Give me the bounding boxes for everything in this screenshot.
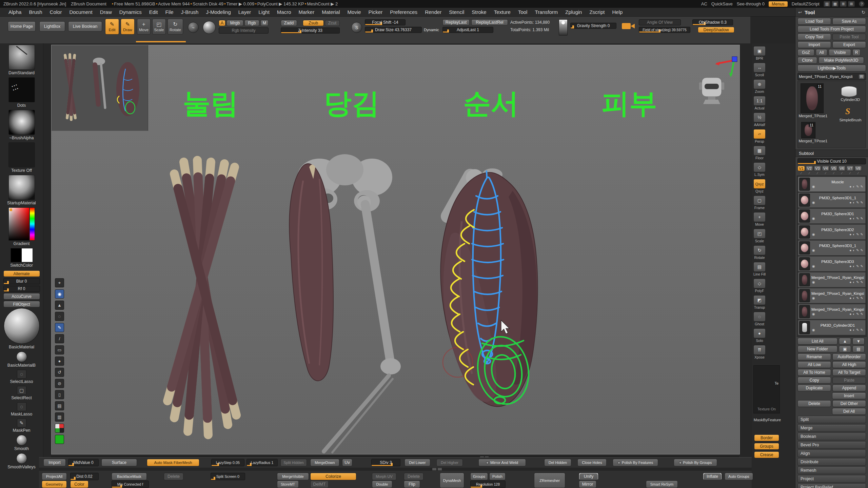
z-intensity-slider[interactable]: Z Intensity 33 [281, 27, 340, 34]
pen-icon[interactable]: ✎ [55, 323, 64, 332]
menu-material[interactable]: Material [318, 8, 343, 17]
subtool-item-button[interactable]: ▼ [852, 338, 865, 345]
tab-v6[interactable]: V6 [838, 166, 846, 171]
gravity-widget[interactable] [559, 19, 568, 36]
menu-draw[interactable]: Draw [96, 8, 116, 17]
texture-off-thumbnail[interactable] [8, 142, 35, 167]
menu-tool[interactable]: Tool [514, 8, 531, 17]
subtool-copy-button[interactable]: Copy [797, 377, 831, 384]
tray-projectall-button[interactable]: ProjectAll [42, 473, 67, 480]
edit2-icon[interactable]: ✎ [861, 280, 863, 284]
eraser-icon[interactable]: ▭ [55, 345, 64, 354]
menu-preferences[interactable]: Preferences [386, 8, 421, 17]
tray-resolution-128-slider[interactable]: Resolution 128 [470, 481, 506, 488]
menu-light[interactable]: Light [255, 8, 273, 17]
shaded-icon[interactable]: ◐ [853, 201, 855, 204]
eye-icon[interactable]: ◉ [812, 328, 815, 332]
menu-zscript[interactable]: Zscript [586, 8, 608, 17]
current-tool-bar[interactable]: Merged_TPose1_Ryan_Kingsli R [797, 73, 866, 80]
tab-v2[interactable]: V2 [806, 166, 813, 171]
document-canvas[interactable]: 눌림 당김 순서 피부 [51, 45, 740, 454]
tab-v1[interactable]: V1 [797, 166, 805, 171]
tray-split-hidden-button[interactable]: Split Hidden [280, 459, 307, 466]
angle-of-view-slider[interactable]: Angle Of View [639, 19, 681, 25]
selectrect-icon[interactable]: ▢ [17, 386, 26, 395]
subtool-row-pm3d-sphere3d1-1[interactable]: PM3D_Sphere3D1_1◉●◐✎✎ [798, 192, 866, 208]
tool-goz-button[interactable]: GoZ [797, 49, 814, 56]
tray-zremesher-button[interactable]: ZRemesher [534, 473, 565, 488]
tray-backfacemask-button[interactable]: BackfaceMask [112, 473, 147, 480]
subtool-autoreorder-button[interactable]: AutoReorder [832, 353, 866, 360]
edit2-icon[interactable]: ✎ [861, 248, 863, 252]
menu-j-brush[interactable]: J-Brush [177, 8, 202, 17]
zsub-button[interactable]: Zsub [303, 20, 324, 26]
lightbox-button[interactable]: LightBox [39, 21, 65, 32]
eye-icon[interactable]: ◉ [812, 296, 815, 300]
leg-bone-muscle-model[interactable] [289, 154, 401, 452]
menu-file[interactable]: File [162, 8, 177, 17]
right-shelf-ghost[interactable]: ◌Ghost [753, 312, 766, 326]
shaded-icon[interactable]: ◐ [853, 328, 855, 332]
shaded-icon[interactable]: ◐ [853, 232, 855, 236]
shaded-icon[interactable]: ◐ [853, 217, 855, 220]
camera-icon[interactable] [621, 21, 636, 32]
menu-zplugin[interactable]: Zplugin [561, 8, 586, 17]
menus-button[interactable]: Menus [769, 1, 788, 7]
tray-uv-button[interactable]: Uv [342, 459, 352, 466]
zbrush-head-icon[interactable] [699, 78, 724, 104]
section-split[interactable]: Split [797, 416, 866, 423]
tab-v4[interactable]: V4 [822, 166, 829, 171]
tray-unify-button[interactable]: Unify [579, 473, 598, 480]
zadd-button[interactable]: Zadd [281, 20, 297, 26]
tray-close-holes-button[interactable]: Close Holes [577, 459, 607, 466]
replay-lastrel-button[interactable]: ReplayLastRel [471, 19, 508, 25]
section-project-basrelief[interactable]: Project BasRelief [797, 484, 866, 488]
subtool-list-all-button[interactable]: List All [797, 338, 837, 345]
cursor-icon[interactable]: ▲ [55, 301, 64, 310]
right-shelf-qxyz[interactable]: QxyzQxyz [753, 179, 766, 193]
polypaint-icon[interactable]: ● [849, 280, 851, 284]
tool-clone-button[interactable]: Clone [797, 57, 817, 64]
masklasso-icon[interactable]: ◌ [17, 402, 26, 411]
menu-stroke[interactable]: Stroke [468, 8, 490, 17]
right-shelf-aahalf[interactable]: ½AAHalf [753, 113, 766, 127]
tool-lightbox-tools-button[interactable]: Lightbox▶Tools [797, 65, 866, 72]
visible-count-slider[interactable]: Visible Count 10 [797, 158, 866, 164]
right-shelf-transp[interactable]: ◩Transp [753, 295, 766, 309]
tool-copy-tool-button[interactable]: Copy Tool [797, 34, 831, 40]
replay-last-button[interactable]: ReplayLast [442, 19, 470, 25]
material-current-icon[interactable] [203, 21, 216, 34]
menu-render[interactable]: Render [421, 8, 445, 17]
border-button[interactable]: Border [754, 434, 779, 441]
undo-icon[interactable]: ↺ [55, 368, 64, 377]
tray-lazystep-0-05-slider[interactable]: LazyStep 0.05 [211, 459, 244, 466]
tray-min-connected-f-slider[interactable]: Min Connected f [112, 481, 149, 488]
menu-macro[interactable]: Macro [273, 8, 295, 17]
subtool-all-high-button[interactable]: All High [832, 361, 866, 368]
edit-icon[interactable]: ✎ [856, 217, 859, 220]
right-shelf-move[interactable]: +Move [753, 212, 766, 226]
eye-icon[interactable]: ◉ [812, 280, 815, 284]
tool-load-tools-from-project-button[interactable]: Load Tools From Project [797, 26, 866, 33]
tray-geometry-button[interactable]: Geometry [42, 481, 67, 488]
brushalpha-thumbnail[interactable] [8, 110, 35, 135]
title-window-icon-2[interactable]: ≣ [840, 1, 847, 7]
edit2-icon[interactable]: ✎ [861, 217, 863, 220]
edit2-icon[interactable]: ✎ [861, 232, 863, 236]
shaded-icon[interactable]: ◐ [853, 312, 855, 316]
tray-delmt-button[interactable]: DelMT [310, 481, 329, 488]
subtool-duplicate-button[interactable]: Duplicate [797, 385, 831, 391]
tray-midvalue-0-slider[interactable]: MidValue 0 [68, 459, 99, 466]
tray-sdiv-3-slider[interactable]: SDiv 3 [371, 459, 400, 466]
tab-v8[interactable]: V8 [854, 166, 862, 171]
right-shelf-l-sym[interactable]: ◇L.Sym [753, 162, 766, 177]
palette-icon[interactable] [55, 424, 64, 433]
rotate-mode-button[interactable]: ↻Rotate [167, 19, 183, 35]
draw-size-slider[interactable]: Draw Size 43.76337 [365, 27, 422, 33]
edit-icon[interactable]: ✎ [856, 264, 859, 268]
menu-dynamics[interactable]: Dynamics [116, 8, 145, 17]
shaded-icon[interactable]: ◐ [853, 296, 855, 300]
menu-document[interactable]: Document [65, 8, 96, 17]
history-thumbnails[interactable] [52, 45, 148, 131]
menu-marker[interactable]: Marker [295, 8, 318, 17]
